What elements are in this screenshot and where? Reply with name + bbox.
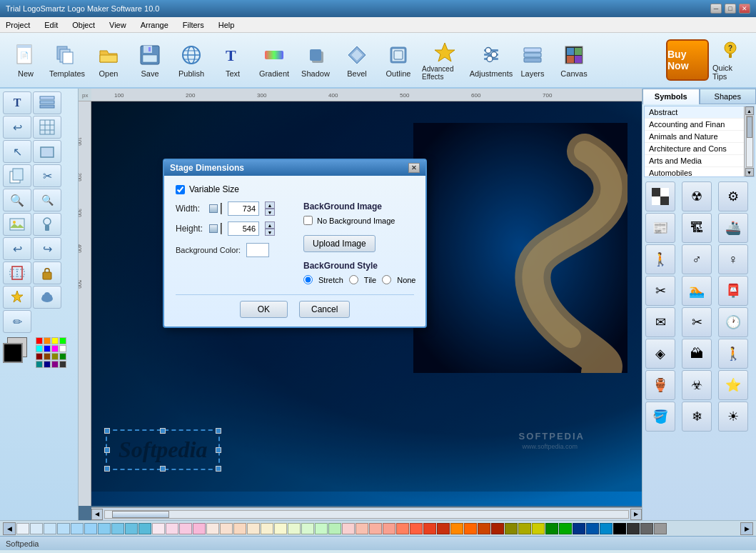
tool-lock[interactable]: [33, 261, 61, 284]
tool-undo2[interactable]: ↩: [3, 237, 31, 260]
color-swatch[interactable]: [505, 523, 518, 534]
color-swatch[interactable]: [315, 523, 328, 534]
tool-copy[interactable]: [3, 164, 31, 187]
color-swatch[interactable]: [274, 523, 287, 534]
category-arts[interactable]: Arts and Media: [645, 155, 754, 167]
color-swatch[interactable]: [342, 523, 355, 534]
color-swatch[interactable]: [654, 523, 667, 534]
symbol-radioactive[interactable]: ☢: [682, 181, 712, 211]
color-swatch[interactable]: [16, 523, 29, 534]
color-swatch[interactable]: [559, 523, 572, 534]
symbol-female[interactable]: ♀: [718, 244, 748, 274]
symbol-checkers[interactable]: [645, 181, 675, 211]
symbol-diamond[interactable]: ◈: [645, 339, 675, 369]
color-palette-small[interactable]: [36, 337, 66, 368]
color-swatch[interactable]: [437, 523, 450, 534]
color-swatch[interactable]: [613, 523, 626, 534]
tab-symbols[interactable]: Symbols: [642, 89, 700, 104]
symbol-construction[interactable]: 🏗: [682, 213, 712, 243]
menu-project[interactable]: Project: [3, 20, 33, 30]
scroll-left-color[interactable]: ◀: [3, 522, 16, 535]
dialog-close-button[interactable]: ✕: [408, 163, 420, 173]
tool-text[interactable]: T: [3, 91, 31, 114]
tab-shapes[interactable]: Shapes: [700, 89, 757, 104]
symbol-envelope[interactable]: ✉: [645, 307, 675, 337]
height-spinner[interactable]: ▲ ▼: [265, 221, 275, 236]
scroll-thumb[interactable]: [112, 511, 169, 518]
scroll-track[interactable]: [104, 510, 629, 519]
cancel-button[interactable]: Cancel: [299, 301, 350, 318]
save-button[interactable]: Save: [130, 36, 170, 84]
adjustments-button[interactable]: Adjustments: [471, 36, 511, 84]
color-swatch[interactable]: [247, 523, 260, 534]
color-swatch[interactable]: [410, 523, 423, 534]
color-swatch[interactable]: [233, 523, 246, 534]
new-button[interactable]: 📄 New: [6, 36, 46, 84]
color-swatch[interactable]: [423, 523, 436, 534]
symbol-mountain[interactable]: 🏔: [682, 339, 712, 369]
menu-object[interactable]: Object: [69, 20, 98, 30]
color-swatch[interactable]: [152, 523, 165, 534]
tool-group[interactable]: [3, 261, 31, 284]
color-swatch[interactable]: [193, 523, 206, 534]
color-swatch[interactable]: [328, 523, 341, 534]
tool-redo[interactable]: ↪: [33, 237, 61, 260]
shadow-button[interactable]: Shadow: [296, 36, 336, 84]
outline-button[interactable]: Outline: [378, 36, 418, 84]
tool-grid[interactable]: [33, 116, 61, 139]
stretch-radio[interactable]: [303, 275, 313, 284]
symbol-person2[interactable]: 🚶: [718, 339, 748, 369]
ok-button[interactable]: OK: [240, 301, 288, 318]
color-swatch[interactable]: [627, 523, 640, 534]
canvas-hscrollbar[interactable]: ◀ ▶: [91, 507, 642, 520]
menu-edit[interactable]: Edit: [41, 20, 61, 30]
category-accounting[interactable]: Accounting and Finan: [645, 119, 754, 131]
bg-color-swatch[interactable]: [246, 243, 269, 257]
tool-cloud[interactable]: [33, 286, 61, 309]
gradient-button[interactable]: Gradient: [254, 36, 294, 84]
symbol-person[interactable]: 🚶: [645, 244, 675, 274]
tool-effect[interactable]: [3, 286, 31, 309]
symbol-mailbox[interactable]: 📮: [718, 276, 748, 306]
symbol-clock[interactable]: 🕐: [718, 307, 748, 337]
color-swatch[interactable]: [369, 523, 382, 534]
color-swatch[interactable]: [396, 523, 409, 534]
color-swatch[interactable]: [98, 523, 111, 534]
color-swatch[interactable]: [84, 523, 97, 534]
color-swatch[interactable]: [518, 523, 531, 534]
color-swatch[interactable]: [138, 523, 151, 534]
color-swatch[interactable]: [301, 523, 314, 534]
symbol-male[interactable]: ♂: [682, 244, 712, 274]
maximize-button[interactable]: □: [725, 4, 736, 14]
color-swatch[interactable]: [545, 523, 558, 534]
symbol-biohazard[interactable]: ☣: [682, 370, 712, 400]
color-swatch[interactable]: [356, 523, 368, 534]
category-animals[interactable]: Animals and Nature: [645, 131, 754, 143]
tool-clip[interactable]: [33, 213, 61, 236]
tool-box[interactable]: [33, 140, 61, 163]
width-input[interactable]: [228, 201, 259, 216]
quick-tips-button[interactable]: ? Quick Tips: [710, 36, 750, 84]
symbol-bucket[interactable]: 🪣: [645, 402, 675, 432]
scroll-right-color[interactable]: ▶: [740, 522, 753, 535]
menu-view[interactable]: View: [106, 20, 129, 30]
width-slider[interactable]: [221, 203, 222, 214]
color-swatch[interactable]: [532, 523, 545, 534]
tile-radio[interactable]: [349, 275, 358, 284]
width-spinner[interactable]: ▲ ▼: [265, 201, 275, 216]
tool-zoom-out[interactable]: 🔍: [33, 189, 61, 211]
symbol-vase[interactable]: 🏺: [645, 370, 675, 400]
symbol-ship[interactable]: 🚢: [718, 213, 748, 243]
color-swatch[interactable]: [573, 523, 585, 534]
symbol-book[interactable]: 📰: [645, 213, 675, 243]
symbol-sun[interactable]: ☀: [718, 402, 748, 432]
menu-arrange[interactable]: Arrange: [138, 20, 171, 30]
minimize-button[interactable]: ─: [710, 4, 722, 14]
open-button[interactable]: Open: [89, 36, 128, 84]
color-swatch[interactable]: [464, 523, 477, 534]
tool-zoom-in[interactable]: 🔍: [3, 189, 31, 211]
category-architecture[interactable]: Architecture and Cons: [645, 143, 754, 155]
menu-filters[interactable]: Filters: [180, 20, 207, 30]
height-slider[interactable]: [221, 223, 222, 234]
none-radio[interactable]: [382, 275, 391, 284]
